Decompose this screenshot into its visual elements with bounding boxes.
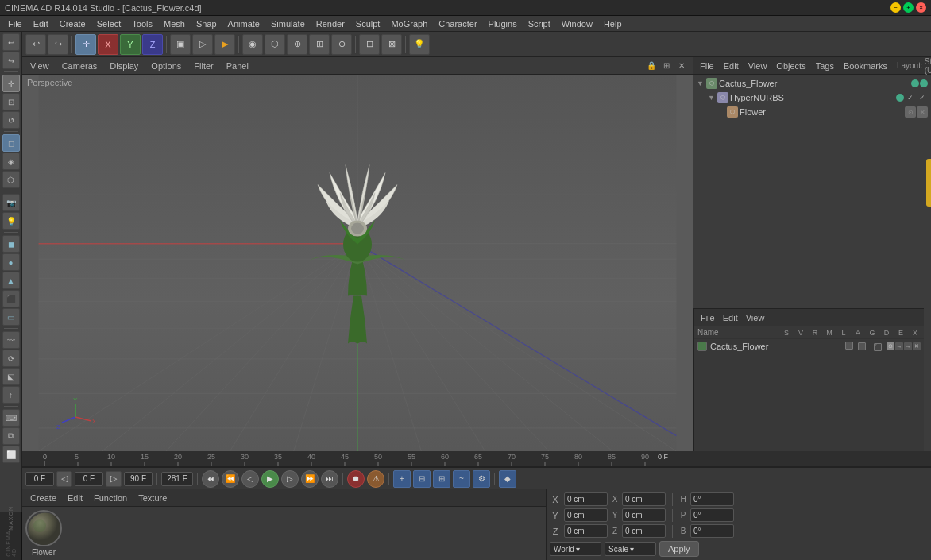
tool-fracture[interactable]: ⬜ [2, 446, 20, 463]
curve-btn[interactable]: ~ [453, 470, 470, 488]
tree-item-flower[interactable]: ⬡ Flower ⊙ ✕ [695, 105, 929, 119]
visibility-dot[interactable] [911, 79, 919, 87]
next-frame-btn[interactable]: ▷ [281, 470, 299, 488]
coord-x-pos-field[interactable]: 0 cm [564, 492, 608, 506]
vp-menu-panel[interactable]: Panel [223, 61, 252, 71]
coord-h-field[interactable]: 0° [690, 492, 734, 506]
apply-button[interactable]: Apply [659, 541, 699, 557]
mat-icon-extra3[interactable]: → [904, 342, 912, 350]
menu-character[interactable]: Character [434, 18, 481, 29]
vp-expand-icon[interactable]: ⊞ [660, 60, 673, 72]
vp-lock-icon[interactable]: 🔒 [645, 60, 658, 72]
auto-key-btn[interactable]: ⚠ [367, 470, 384, 488]
tb-move-x[interactable]: X [98, 34, 118, 55]
tb-object-mode[interactable]: ◉ [242, 34, 263, 55]
vis-dot-1[interactable] [896, 94, 904, 102]
tool-redo[interactable]: ↪ [2, 52, 20, 69]
tb-render-region[interactable]: ▣ [170, 34, 191, 55]
prev-key-btn[interactable]: ⏪ [222, 470, 239, 488]
menu-tools[interactable]: Tools [127, 18, 157, 29]
tool-spline[interactable]: 〰 [2, 331, 20, 349]
vp-menu-view[interactable]: View [27, 61, 52, 71]
motion-clip-btn[interactable]: + [393, 470, 411, 488]
menu-select[interactable]: Select [92, 18, 126, 29]
coord-z-rot-field[interactable]: 0 cm [622, 524, 666, 538]
scale-dropdown[interactable]: Scale ▾ [605, 542, 656, 556]
tag-icon-1[interactable]: ⊙ [905, 106, 916, 118]
mat-texture[interactable]: Texture [135, 493, 170, 503]
motion-blend-btn[interactable]: ⊟ [413, 470, 431, 488]
tb-undo[interactable]: ↩ [25, 34, 46, 55]
menu-file[interactable]: File [3, 18, 27, 29]
tool-sphere[interactable]: ● [2, 253, 20, 271]
tb-move-z[interactable]: Z [142, 34, 163, 55]
step-back-btn[interactable]: ◁ [56, 471, 72, 487]
coord-y-rot-field[interactable]: 0 cm [622, 508, 666, 522]
coord-p-field[interactable]: 0° [690, 508, 734, 522]
next-key-btn[interactable]: ⏩ [301, 470, 319, 488]
mat-view[interactable]: View [743, 313, 768, 322]
play-btn[interactable]: ▶ [261, 470, 279, 488]
world-dropdown[interactable]: World ▾ [550, 542, 601, 556]
viewport-3d[interactable]: View Cameras Display Options Filter Pane… [22, 57, 693, 451]
tool-deformer[interactable]: ⌨ [2, 409, 20, 427]
menu-help[interactable]: Help [599, 18, 627, 29]
tool-undo[interactable]: ↩ [2, 33, 20, 51]
vp-close-icon[interactable]: ✕ [675, 60, 688, 72]
tb-model-mode[interactable]: ⬡ [265, 34, 285, 55]
tool-move[interactable]: ✛ [2, 75, 20, 92]
rp-menu-objects[interactable]: Objects [773, 61, 809, 71]
coord-z-pos-field[interactable]: 0 cm [564, 524, 608, 538]
keyframe-btn[interactable]: ◆ [499, 470, 516, 488]
menu-plugins[interactable]: Plugins [484, 18, 522, 29]
vp-menu-cameras[interactable]: Cameras [59, 61, 101, 71]
tree-item-cactus-flower[interactable]: ▼ ⬡ Cactus_Flower [695, 76, 929, 91]
menu-mograph[interactable]: MoGraph [386, 18, 432, 29]
rp-menu-tags[interactable]: Tags [813, 61, 837, 71]
tool-cube[interactable]: ◼ [2, 235, 20, 253]
timeline-ruler[interactable]: 0 5 10 15 20 25 30 35 [22, 451, 931, 467]
tb-uv-mode[interactable]: ⊞ [309, 34, 330, 55]
anim-settings-btn[interactable]: ⚙ [473, 470, 490, 488]
tb-render-active[interactable]: ▶ [214, 34, 235, 55]
rp-menu-view[interactable]: View [745, 61, 771, 71]
tb-move-y[interactable]: Y [120, 34, 141, 55]
menu-script[interactable]: Script [523, 18, 555, 29]
timeline-btn[interactable]: ⊞ [433, 470, 450, 488]
goto-end-btn[interactable]: ⏭ [321, 470, 338, 488]
tb-texture-mode[interactable]: ⊕ [287, 34, 307, 55]
menu-mesh[interactable]: Mesh [159, 18, 190, 29]
material-flower[interactable]: Flower [25, 510, 62, 557]
render-dot[interactable] [920, 79, 928, 87]
tool-live[interactable]: ◈ [2, 153, 20, 170]
vp-menu-filter[interactable]: Filter [191, 61, 216, 71]
tool-cylinder[interactable]: ⬛ [2, 290, 20, 307]
vp-menu-options[interactable]: Options [148, 61, 184, 71]
tool-rotate[interactable]: ↺ [2, 111, 20, 129]
tool-cloner[interactable]: ⧉ [2, 427, 20, 445]
mat-icon-extra4[interactable]: ✕ [913, 342, 921, 350]
mat-file[interactable]: File [697, 313, 718, 322]
menu-simulate[interactable]: Simulate [266, 18, 310, 29]
menu-create[interactable]: Create [55, 18, 91, 29]
minimize-button[interactable]: − [890, 2, 901, 13]
mat-r-icon[interactable]: ⬛ [874, 343, 882, 351]
menu-sculpt[interactable]: Sculpt [351, 18, 385, 29]
close-button[interactable]: × [916, 2, 926, 13]
tool-extrude[interactable]: ↑ [2, 386, 20, 404]
coord-y-pos-field[interactable]: 0 cm [564, 508, 608, 522]
coord-b-field[interactable]: 0° [690, 524, 734, 538]
mat-icon-extra1[interactable]: ⊙ [887, 342, 894, 350]
tb-quantize[interactable]: ⊠ [381, 34, 402, 55]
tb-cursor[interactable]: ✛ [75, 34, 96, 55]
mat-icon-extra2[interactable]: → [895, 342, 903, 350]
step-fwd-btn[interactable]: ▷ [106, 471, 122, 487]
mat-v-icon[interactable] [858, 342, 866, 350]
tool-select[interactable]: ◻ [2, 134, 20, 152]
mat-create[interactable]: Create [27, 493, 60, 503]
mat-edit-menu[interactable]: Edit [64, 493, 86, 503]
tb-bulb[interactable]: 💡 [409, 34, 430, 55]
tool-plane[interactable]: ▭ [2, 308, 20, 326]
mat-row-cactus-flower[interactable]: Cactus_Flower ⬛ ⊙ → → [694, 339, 924, 353]
maximize-button[interactable]: + [903, 2, 914, 13]
